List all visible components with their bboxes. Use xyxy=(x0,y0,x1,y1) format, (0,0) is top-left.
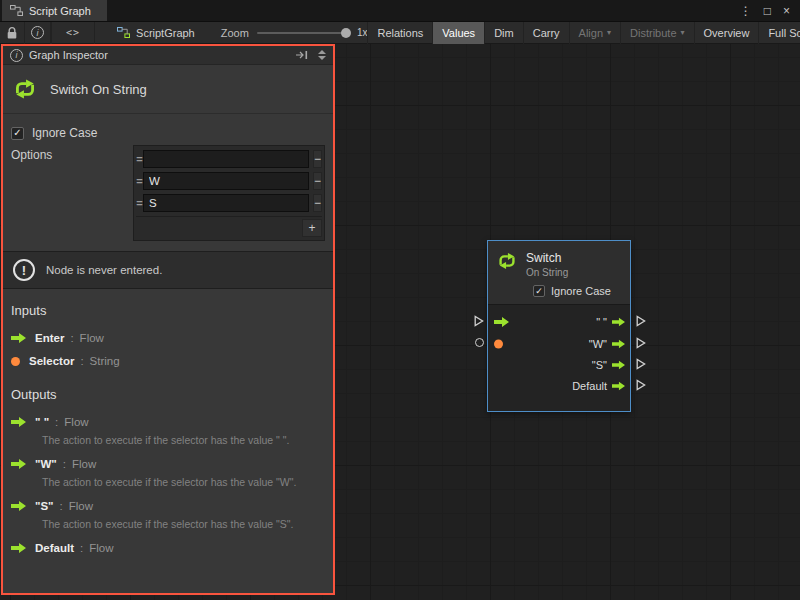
port-description: The action to execute if the selector ha… xyxy=(42,434,325,447)
flow-arrow-icon xyxy=(612,317,625,327)
lock-button[interactable] xyxy=(0,22,25,44)
output-port-space[interactable]: " " xyxy=(596,316,625,328)
distribute-button[interactable]: Distribute ▾ xyxy=(620,22,693,44)
output-port-s[interactable]: "S" xyxy=(592,359,625,371)
chevron-down-icon: ▾ xyxy=(607,28,611,37)
menu-icon[interactable]: ⋮ xyxy=(740,4,752,18)
close-icon[interactable]: × xyxy=(783,4,790,18)
zoom-slider-knob[interactable] xyxy=(341,28,351,38)
inputs-header: Inputs xyxy=(11,303,325,318)
port-label: "W" xyxy=(589,338,607,350)
port-name: Selector xyxy=(29,355,74,367)
input-row-enter: Enter : Flow xyxy=(11,330,325,346)
inspector-node-title-row: Switch On String xyxy=(3,65,333,114)
dim-button[interactable]: Dim xyxy=(484,22,523,44)
arrow-down-icon xyxy=(318,56,326,60)
port-type: String xyxy=(90,355,120,367)
option-input-0[interactable] xyxy=(143,150,309,168)
string-port-icon xyxy=(11,357,20,366)
external-flow-port[interactable] xyxy=(636,358,646,370)
flow-arrow-icon xyxy=(11,543,26,553)
enter-flow-port[interactable] xyxy=(494,317,509,327)
hollow-circle-icon xyxy=(475,338,484,347)
option-item: = − xyxy=(136,148,322,170)
lock-icon xyxy=(6,26,18,40)
remove-option-button[interactable]: − xyxy=(313,172,322,190)
tab-script-graph[interactable]: Script Graph xyxy=(2,0,107,21)
ignore-case-checkbox[interactable]: ✓ xyxy=(533,285,545,297)
edit-source-button[interactable]: <> xyxy=(52,22,95,44)
panel-scroll-arrows[interactable] xyxy=(315,50,329,60)
hollow-triangle-icon xyxy=(636,358,646,370)
node-port-row: "S" xyxy=(488,355,630,375)
drag-handle-icon[interactable]: = xyxy=(136,197,143,209)
external-flow-port[interactable] xyxy=(636,315,646,327)
align-button[interactable]: Align ▾ xyxy=(569,22,620,44)
zoom-slider[interactable] xyxy=(257,32,349,34)
flow-arrow-icon xyxy=(494,317,509,327)
output-port-w[interactable]: "W" xyxy=(589,338,625,350)
port-type: Flow xyxy=(64,416,88,428)
add-option-button[interactable]: + xyxy=(302,219,322,237)
output-row-s: "S" : Flow xyxy=(11,498,325,514)
carry-button[interactable]: Carry xyxy=(523,22,569,44)
inspector-properties: ✓ Ignore Case Options = − = − xyxy=(3,114,333,241)
flow-arrow-icon xyxy=(11,417,26,427)
ignore-case-label: Ignore Case xyxy=(551,285,611,297)
warning-icon: ! xyxy=(13,259,35,281)
dock-icon[interactable] xyxy=(296,50,309,60)
checkmark-icon: ✓ xyxy=(535,287,543,296)
unity-script-graph-window: Script Graph ⋮ □ × i <> S xyxy=(0,0,800,600)
drag-handle-icon[interactable]: = xyxy=(136,175,143,187)
switch-on-string-node[interactable]: Switch On String ✓ Ignore Case " " xyxy=(487,240,631,412)
node-subtitle: On String xyxy=(526,267,568,278)
port-name: Default xyxy=(35,542,74,554)
remove-option-button[interactable]: − xyxy=(313,194,322,212)
inspector-io: Inputs Enter : Flow Selector : String Ou… xyxy=(3,289,333,556)
drag-handle-icon[interactable]: = xyxy=(136,153,143,165)
option-item: = − xyxy=(136,192,322,214)
chevron-down-icon: ▾ xyxy=(681,28,685,37)
flow-arrow-icon xyxy=(11,459,26,469)
port-type: Flow xyxy=(89,542,113,554)
code-icon: <> xyxy=(58,27,88,38)
tab-label: Script Graph xyxy=(29,5,91,17)
inspector-header-title: Graph Inspector xyxy=(29,49,108,61)
output-port-default[interactable]: Default xyxy=(572,380,625,392)
ignore-case-checkbox[interactable]: ✓ xyxy=(11,127,24,140)
info-icon: i xyxy=(31,26,44,39)
hollow-triangle-icon xyxy=(636,315,646,327)
outputs-header: Outputs xyxy=(11,387,325,402)
string-port-icon xyxy=(494,340,503,349)
inspector-toggle-button[interactable]: i xyxy=(25,22,51,44)
selector-string-port[interactable] xyxy=(494,340,503,349)
external-flow-port[interactable] xyxy=(636,337,646,349)
remove-option-button[interactable]: − xyxy=(313,150,322,168)
output-row-default: Default : Flow xyxy=(11,540,325,556)
title-bar: Script Graph ⋮ □ × xyxy=(0,0,800,22)
option-item: = − xyxy=(136,170,322,192)
values-button[interactable]: Values xyxy=(432,22,484,44)
flow-arrow-icon xyxy=(11,333,26,343)
overview-button[interactable]: Overview xyxy=(694,22,759,44)
node-header[interactable]: Switch On String ✓ Ignore Case xyxy=(488,241,630,305)
ignore-case-row: ✓ Ignore Case xyxy=(11,124,325,142)
option-input-2[interactable] xyxy=(143,194,309,212)
switch-icon xyxy=(496,250,518,272)
external-value-port[interactable] xyxy=(475,338,484,347)
port-type: Flow xyxy=(80,332,104,344)
zoom-value: 1x xyxy=(357,27,368,38)
script-graph-icon xyxy=(117,27,130,38)
window-controls: ⋮ □ × xyxy=(740,0,800,21)
zoom-control: Zoom 1x xyxy=(221,27,368,39)
external-flow-port[interactable] xyxy=(636,379,646,391)
relations-button[interactable]: Relations xyxy=(367,22,432,44)
option-input-1[interactable] xyxy=(143,172,309,190)
output-row-w: "W" : Flow xyxy=(11,456,325,472)
fullscreen-button[interactable]: Full Screen xyxy=(758,22,800,44)
separator: : xyxy=(80,355,83,367)
maximize-icon[interactable]: □ xyxy=(764,4,771,18)
switch-icon xyxy=(12,76,38,102)
external-flow-port[interactable] xyxy=(474,315,484,327)
separator: : xyxy=(63,458,66,470)
